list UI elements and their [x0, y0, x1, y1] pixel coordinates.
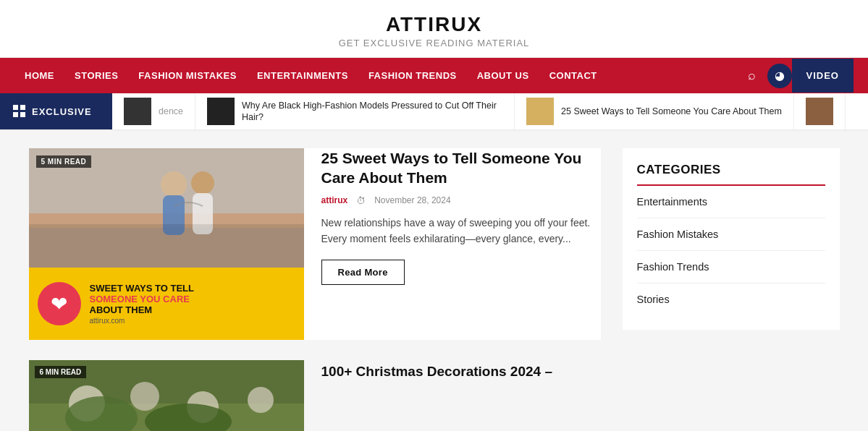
svg-point-10: [130, 382, 159, 411]
site-header: ATTIRUX GET EXCLUSIVE READING MATERIAL: [0, 0, 868, 58]
read-more-button-0[interactable]: Read More: [321, 260, 405, 285]
video-button[interactable]: VIDEO: [792, 59, 854, 93]
article-secondary-image-0: ❤ SWEET WAYS TO TELL SOMEONE YOU CARE AB…: [29, 268, 304, 340]
svg-rect-4: [163, 195, 185, 235]
read-time-badge-1: 6 MIN READ: [35, 366, 87, 378]
read-time-badge-0: 5 MIN READ: [36, 155, 92, 168]
svg-rect-6: [193, 193, 213, 234]
nav-item-fashion-trends[interactable]: FASHION TRENDS: [358, 59, 467, 93]
main-container: 5 MIN READ ❤ SWEET WAYS TO TELL SOMEONE …: [14, 131, 854, 431]
article-title-0: 25 Sweet Ways to Tell Someone You Care A…: [321, 148, 601, 188]
article-title-1: 100+ Christmas Decorations 2024 –: [321, 363, 601, 381]
ticker-item-1[interactable]: Why Are Black High-Fashion Models Pressu…: [195, 93, 515, 129]
main-nav: HOME STORIES FASHION MISTAKES ENTERTAINM…: [0, 58, 868, 93]
secondary-text: SWEET WAYS TO TELL SOMEONE YOU CARE ABOU…: [90, 283, 295, 325]
article-image-1: 6 MIN READ: [29, 360, 304, 431]
categories-box: CATEGORIES Entertainments Fashion Mistak…: [623, 148, 840, 330]
ticker-thumb-3: [806, 98, 833, 125]
grid-icon: [13, 105, 26, 118]
nav-item-home[interactable]: HOME: [14, 59, 64, 93]
article-content-0: 25 Sweet Ways to Tell Someone You Care A…: [321, 148, 601, 340]
ticker-exclusive-label: EXCLUSIVE: [0, 93, 112, 129]
site-tagline: GET EXCLUSIVE READING MATERIAL: [0, 38, 868, 48]
clock-icon: ⏱: [356, 195, 366, 206]
ticker-items: dence Why Are Black High-Fashion Models …: [112, 93, 868, 129]
categories-title: CATEGORIES: [637, 163, 825, 186]
ticker-item-2[interactable]: 25 Sweet Ways to Tell Someone You Care A…: [515, 93, 794, 129]
nav-item-fashion-mistakes[interactable]: FASHION MISTAKES: [128, 59, 247, 93]
category-stories[interactable]: Stories: [637, 283, 825, 315]
nav-item-about-us[interactable]: ABOUT US: [467, 59, 539, 93]
svg-point-3: [161, 171, 187, 197]
article-content-1: 100+ Christmas Decorations 2024 –: [321, 360, 601, 431]
ticker-thumb-1: [207, 98, 235, 125]
nav-item-stories[interactable]: STORIES: [64, 59, 128, 93]
svg-point-12: [248, 387, 274, 413]
article-date-0: November 28, 2024: [374, 195, 450, 205]
article-meta-0: attirux ⏱ November 28, 2024: [321, 195, 601, 206]
article-main-image-0: 5 MIN READ: [29, 148, 304, 268]
category-entertainments[interactable]: Entertainments: [637, 186, 825, 218]
article-excerpt-0: New relationships have a way of sweeping…: [321, 215, 601, 247]
ticker-thumb-0: [124, 98, 151, 125]
category-fashion-trends[interactable]: Fashion Trends: [637, 251, 825, 283]
svg-rect-2: [29, 228, 304, 268]
ticker-item-0: dence: [112, 93, 195, 129]
heart-icon: ❤: [38, 282, 81, 325]
ticker-bar: EXCLUSIVE dence Why Are Black High-Fashi…: [0, 93, 868, 131]
search-icon[interactable]: ⌕: [736, 58, 767, 93]
settings-icon[interactable]: ◕: [767, 64, 792, 88]
sidebar-column: CATEGORIES Entertainments Fashion Mistak…: [623, 148, 840, 431]
article-card-1: 6 MIN READ 100+ Christmas Decorations 20…: [29, 360, 601, 431]
article-image-wrap-0: 5 MIN READ ❤ SWEET WAYS TO TELL SOMEONE …: [29, 148, 304, 340]
category-fashion-mistakes[interactable]: Fashion Mistakes: [637, 218, 825, 251]
nav-item-entertainments[interactable]: ENTERTAINMENTS: [247, 59, 358, 93]
nav-item-contact[interactable]: CONTACT: [539, 59, 607, 93]
articles-column: 5 MIN READ ❤ SWEET WAYS TO TELL SOMEONE …: [29, 148, 601, 431]
site-title: ATTIRUX: [0, 13, 868, 36]
article-card-0: 5 MIN READ ❤ SWEET WAYS TO TELL SOMEONE …: [29, 148, 601, 340]
svg-point-5: [191, 171, 214, 195]
ticker-item-3: [794, 93, 846, 129]
article-author-0: attirux: [321, 195, 348, 205]
ticker-thumb-2: [526, 98, 554, 125]
